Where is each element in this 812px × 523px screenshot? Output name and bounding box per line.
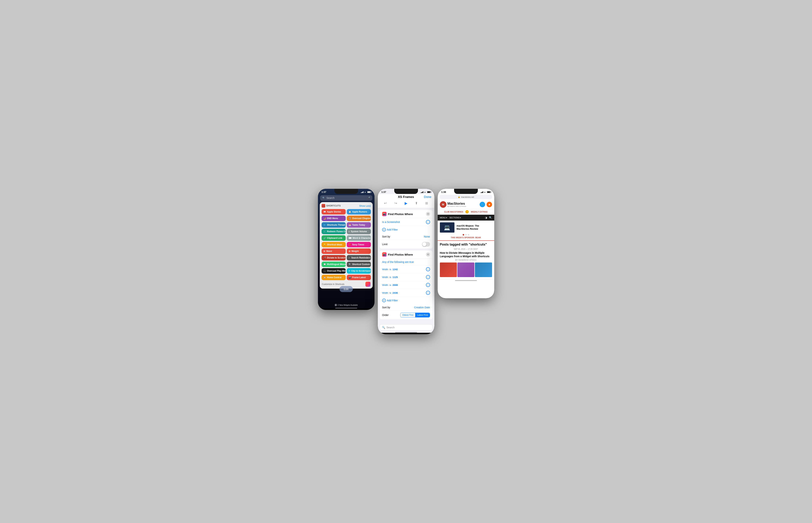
order-label: Order	[382, 313, 389, 317]
close-btn-1[interactable]: ✕	[426, 212, 430, 216]
add-filter-row-2[interactable]: + Add Filter	[379, 297, 433, 304]
battery-fill-2	[427, 192, 430, 193]
action-card-2-title-text: Find Photos Where	[388, 253, 413, 256]
twitter-icon[interactable]: 🐦	[480, 202, 485, 207]
phone1: 1:37 ▲	[318, 189, 374, 310]
search-bar[interactable]: 🔍 Search 🎤	[320, 195, 372, 201]
tasks-today-icon: 📅	[349, 224, 351, 226]
dot-1	[463, 234, 464, 235]
overcast-chapters-icon: 🎙️	[349, 217, 351, 220]
sort-value-1[interactable]: None	[424, 235, 430, 238]
search-bar-bottom[interactable]: 🔍 Search	[379, 324, 433, 330]
overcast-play-icon: 🎧	[323, 270, 326, 272]
shortcut-shortcut-ideas[interactable]: 💡 Shortcut Ideas	[322, 242, 346, 247]
shortcut-shortcuts-thread[interactable]: 🐦 Shortcuts Thread	[322, 222, 346, 228]
shortcut-overcast-chapters[interactable]: 🎙️ Overcast Chapters	[347, 216, 371, 221]
remove-filter-1242[interactable]: −	[426, 267, 430, 271]
signal-icon-3	[480, 191, 483, 193]
shortcut-home-control[interactable]: 🏠 Home Control	[322, 275, 346, 280]
nav-undo-btn[interactable]: ↩	[383, 200, 388, 206]
shortcut-custom-shortcut[interactable]: 🔍 Shortcut Custom Sh...	[347, 262, 371, 267]
shortcut-multilingual[interactable]: 💬 Multilingual iMessag...	[322, 262, 346, 267]
nav-menu-item[interactable]: MENU ▾	[440, 217, 447, 219]
shortcut-sexy-times[interactable]: ❤️ Sexy Times	[347, 242, 371, 247]
sort-label-2: Sort by	[382, 306, 390, 309]
phone3-screen: 1:38 ▲	[438, 189, 494, 298]
club-macstories-btn[interactable]: CLUB MACSTORIES	[444, 211, 463, 213]
multilingual-label: Multilingual iMessag...	[327, 263, 346, 266]
new-widgets-badge: 2	[335, 304, 337, 306]
add-filter-row-1[interactable]: + Add Filter	[379, 226, 433, 233]
shortcut-weight[interactable]: ⚖ Weight	[347, 249, 371, 254]
ms-article-author: BY FEDERICO VITICCI	[440, 259, 492, 261]
nav-play-btn[interactable]: ▶	[403, 200, 409, 206]
dictate-icon: 🎤	[323, 257, 326, 259]
home-control-icon: 🏠	[323, 276, 326, 279]
shortcut-overcast-play[interactable]: 🎧 Overcast Play Menu	[322, 268, 346, 274]
search-nav-icon[interactable]: 🔍	[489, 216, 492, 219]
shortcut-word-char[interactable]: ⌨ Word & Character C...	[347, 235, 371, 241]
clip-scratchpad-label: Clip to Scratchpad	[351, 270, 371, 272]
ms-logo-name: MacStories	[447, 202, 466, 205]
nav-done-btn[interactable]: Done	[424, 195, 431, 199]
wifi-icon-3: ▲	[484, 191, 486, 193]
contrast-icon[interactable]: ◑	[485, 216, 487, 219]
ms-article-subtitle[interactable]: How to Dictate iMessages in Multiple Lan…	[440, 251, 492, 258]
weekly-extras-btn[interactable]: WEEKLY EXTRAS	[471, 211, 488, 213]
shortcut-tasks-today[interactable]: 📅 Tasks Today	[347, 222, 371, 228]
remove-filter-1125[interactable]: −	[426, 275, 430, 279]
remove-filter-btn-1[interactable]: −	[426, 220, 430, 224]
signal-bar-10	[481, 192, 482, 193]
nav-sections-item[interactable]: SECTIONS ▾	[449, 217, 461, 219]
show-less-btn[interactable]: Show Less	[359, 204, 371, 207]
limit-label-1: Limit	[382, 243, 388, 246]
shortcut-apple-stories[interactable]: 📖 Apple Stories	[322, 209, 346, 215]
sort-row-2: Sort by Creation Date	[379, 304, 433, 311]
shortcut-search-reminders[interactable]: ··· Search Reminders F...	[347, 255, 371, 260]
width-2688-text: Width is 2688	[382, 284, 398, 286]
notch-3	[454, 189, 478, 194]
url-bar[interactable]: 🔒 macstories.net	[440, 195, 492, 199]
dictate-label: Dictate to Scratchpad	[327, 256, 346, 259]
status-time-2: 1:37	[382, 191, 386, 193]
scroll-content: 📷 Find Photos Where ✕ Is a Screenshot − …	[378, 208, 435, 323]
ms-article-preview-title[interactable]: macOS Mojave: The MacStories Review	[457, 224, 492, 231]
widget-app-name: SHORTCUTS	[326, 204, 341, 207]
oldest-first-btn[interactable]: Oldest First	[401, 313, 415, 317]
new-widgets-notice: 2 2 New Widgets Available	[335, 304, 358, 306]
close-btn-2[interactable]: ✕	[426, 252, 430, 256]
remove-filter-2436[interactable]: −	[426, 291, 430, 295]
ms-logo-text-block: MacStories By Federico Viticci & Friends	[447, 202, 466, 207]
edit-button[interactable]: Edit	[339, 286, 353, 292]
status-icons-3: ▲	[480, 191, 490, 193]
home-indicator-3	[455, 280, 477, 281]
nav-redo-btn[interactable]: ↪	[393, 200, 399, 206]
add-filter-icon-2: +	[382, 299, 386, 302]
shortcut-waist[interactable]: ⚖ Waist	[322, 249, 346, 254]
remove-filter-2688[interactable]: −	[426, 283, 430, 287]
shortcut-dictate[interactable]: 🎤 Dictate to Scratchpad	[322, 255, 346, 260]
signal-bar-8	[423, 191, 423, 193]
signal-bar-4	[363, 191, 364, 193]
shortcut-system-volume[interactable]: ≡ System Volume	[347, 229, 371, 234]
ms-carousel-dots	[440, 234, 492, 235]
latest-first-btn[interactable]: Latest First	[415, 313, 430, 317]
photos-icon-2: 📷	[382, 252, 387, 257]
signal-bar-3	[362, 192, 363, 193]
search-icon-bottom: 🔍	[382, 326, 385, 329]
apple-stories-icon: 📖	[323, 211, 326, 213]
limit-toggle-1[interactable]	[422, 242, 430, 247]
nav-share-btn[interactable]: ⬆	[413, 200, 419, 206]
sponsor-name[interactable]: Bear	[475, 237, 481, 239]
shortcut-clipboard-link[interactable]: 🔗 Clipboard Link	[322, 235, 346, 241]
shortcut-apple-rumors[interactable]: 📋 Apple Rumors	[347, 209, 371, 215]
shortcut-redeem-itunes[interactable]: 🛒 Redeem iTunes Code	[322, 229, 346, 234]
shortcut-dnd-menu[interactable]: 🌙 DND Menu	[322, 216, 346, 221]
nav-settings-btn[interactable]: ⊞	[424, 200, 430, 206]
rss-icon[interactable]: ◉	[487, 202, 492, 207]
ms-logo-letter: M	[442, 203, 444, 206]
shortcut-clip-scratchpad[interactable]: ✂ Clip to Scratchpad	[347, 268, 371, 274]
sort-value-2[interactable]: Creation Date	[414, 306, 430, 309]
order-segmented-control: Oldest First Latest First	[400, 313, 430, 318]
shortcut-frame-latest[interactable]: 📷 Frame Latest	[347, 275, 371, 280]
